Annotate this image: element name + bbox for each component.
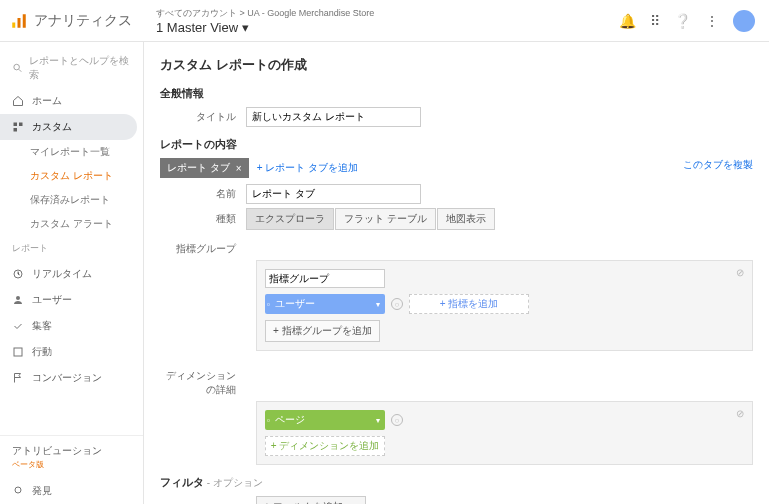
section-filter: フィルタ - オプション: [160, 475, 753, 490]
svg-rect-2: [23, 14, 26, 28]
name-input[interactable]: [246, 184, 421, 204]
metrics-panel: ⊘ ▫ユーザー▾ ○ + 指標を追加 + 指標グループを追加: [256, 260, 753, 351]
add-dim-button[interactable]: + ディメンションを追加: [265, 436, 385, 456]
help-icon[interactable]: ❔: [674, 13, 691, 29]
top-bar: アナリティクス すべてのアカウント > UA - Google Merchand…: [0, 0, 769, 42]
custom-icon: [12, 121, 24, 133]
svg-rect-1: [18, 18, 21, 28]
acquisition-icon: [12, 320, 24, 332]
type-buttons: エクスプローラ フラット テーブル 地図表示: [246, 208, 495, 230]
type-label: 種類: [160, 212, 246, 226]
nav-sub-myreports[interactable]: マイレポート一覧: [0, 140, 143, 164]
connector-icon: ○: [391, 414, 403, 426]
section-content: レポートの内容: [160, 137, 753, 152]
nav-realtime[interactable]: リアルタイム: [0, 261, 143, 287]
bulb-icon: [12, 485, 24, 497]
nav-conversion[interactable]: コンバージョン: [0, 365, 143, 391]
lock-icon: ▫: [267, 300, 270, 309]
view-title: 1 Master View▾: [156, 20, 374, 35]
chevron-down-icon: ▾: [376, 416, 380, 425]
close-icon[interactable]: ⊘: [736, 408, 744, 419]
svg-rect-0: [12, 22, 15, 27]
product-name: アナリティクス: [34, 12, 132, 30]
page-dim-pill[interactable]: ▫ページ▾: [265, 410, 385, 430]
svg-rect-6: [19, 123, 23, 127]
chevron-down-icon: ▾: [242, 20, 249, 35]
user-icon: [12, 294, 24, 306]
type-map[interactable]: 地図表示: [437, 208, 495, 230]
title-input[interactable]: [246, 107, 421, 127]
sidebar: レポートとヘルプを検索 ホーム カスタム マイレポート一覧 カスタム レポート …: [0, 42, 144, 504]
nav-sub-saved[interactable]: 保存済みレポート: [0, 188, 143, 212]
user-metric-pill[interactable]: ▫ユーザー▾: [265, 294, 385, 314]
type-explorer[interactable]: エクスプローラ: [246, 208, 334, 230]
section-general: 全般情報: [160, 86, 753, 101]
search-icon: [12, 62, 23, 74]
breadcrumb-path: すべてのアカウント > UA - Google Merchandise Stor…: [156, 7, 374, 20]
nav-home[interactable]: ホーム: [0, 88, 143, 114]
lock-icon: ▫: [267, 416, 270, 425]
duplicate-tab-link[interactable]: このタブを複製: [683, 158, 753, 172]
behavior-icon: [12, 346, 24, 358]
svg-line-4: [19, 69, 21, 71]
close-icon[interactable]: ×: [236, 163, 242, 174]
flag-icon: [12, 372, 24, 384]
home-icon: [12, 95, 24, 107]
close-icon[interactable]: ⊘: [736, 267, 744, 278]
nav-behavior[interactable]: 行動: [0, 339, 143, 365]
connector-icon: ○: [391, 298, 403, 310]
nav-sub-alert[interactable]: カスタム アラート: [0, 212, 143, 236]
nav-attribution[interactable]: アトリビューションベータ版: [0, 436, 143, 478]
type-flat[interactable]: フラット テーブル: [335, 208, 436, 230]
name-label: 名前: [160, 187, 246, 201]
avatar[interactable]: [733, 10, 755, 32]
top-icons: 🔔 ⠿ ❔ ⋮: [619, 10, 755, 32]
nav-user[interactable]: ユーザー: [0, 287, 143, 313]
metric-group-input[interactable]: [265, 269, 385, 288]
search-input[interactable]: レポートとヘルプを検索: [0, 48, 143, 88]
svg-rect-5: [14, 123, 18, 127]
reports-head: レポート: [0, 236, 143, 261]
logo: アナリティクス: [10, 12, 132, 30]
dim-label: ディメンションの詳細: [160, 361, 246, 397]
nav-discover[interactable]: 発見: [0, 478, 143, 504]
svg-rect-7: [14, 128, 18, 132]
add-tab-link[interactable]: + レポート タブを追加: [257, 161, 358, 175]
nav-sub-custom-report[interactable]: カスタム レポート: [0, 164, 143, 188]
clock-icon: [12, 268, 24, 280]
metrics-label: 指標グループ: [160, 234, 246, 256]
page-title: カスタム レポートの作成: [160, 56, 753, 74]
add-metric-button[interactable]: + 指標を追加: [409, 294, 529, 314]
nav-custom[interactable]: カスタム: [0, 114, 137, 140]
svg-point-3: [14, 64, 20, 70]
breadcrumb[interactable]: すべてのアカウント > UA - Google Merchandise Stor…: [156, 7, 374, 35]
svg-rect-10: [14, 348, 22, 356]
more-icon[interactable]: ⋮: [705, 13, 719, 29]
bell-icon[interactable]: 🔔: [619, 13, 636, 29]
nav-acquisition[interactable]: 集客: [0, 313, 143, 339]
svg-point-9: [16, 296, 20, 300]
report-tab-chip[interactable]: レポート タブ×: [160, 158, 249, 178]
title-label: タイトル: [160, 110, 246, 124]
dim-panel: ⊘ ▫ページ▾ ○ + ディメンションを追加: [256, 401, 753, 465]
chevron-down-icon: ▾: [376, 300, 380, 309]
main-content: カスタム レポートの作成 全般情報 タイトル レポートの内容 このタブを複製 レ…: [144, 42, 769, 504]
analytics-icon: [10, 12, 28, 30]
add-filter-select[interactable]: + フィルタを追加▾: [256, 496, 366, 504]
svg-point-11: [15, 487, 21, 493]
add-group-button[interactable]: + 指標グループを追加: [265, 320, 380, 342]
apps-icon[interactable]: ⠿: [650, 13, 660, 29]
